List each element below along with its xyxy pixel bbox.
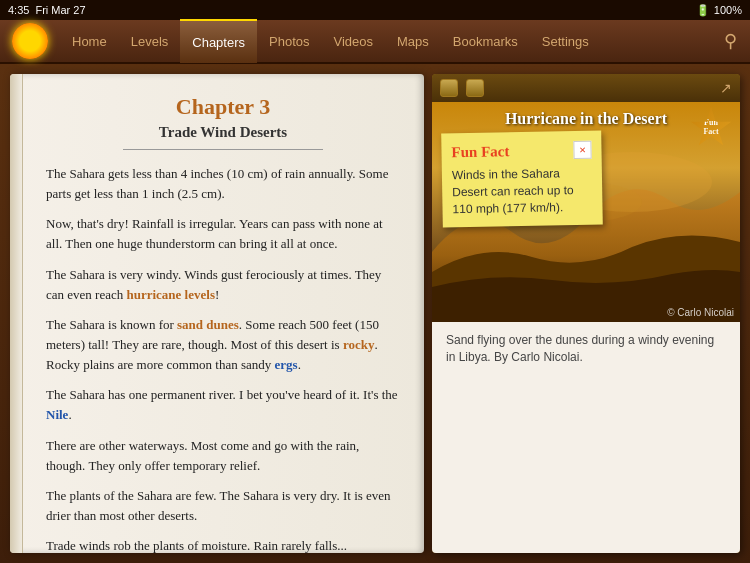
fun-fact-badge: FunFact xyxy=(690,107,732,149)
tab-home[interactable]: Home xyxy=(60,19,119,63)
paragraph-5: The Sahara has one permanent river. I be… xyxy=(46,385,400,425)
nav-tabs: Home Levels Chapters Photos Videos Maps … xyxy=(60,20,710,62)
clip-right xyxy=(466,79,484,97)
fun-fact-title: Fun Fact xyxy=(451,143,509,161)
paragraph-1: The Sahara gets less than 4 inches (10 c… xyxy=(46,164,400,204)
sun-icon xyxy=(12,23,48,59)
image-caption: Sand flying over the dunes during a wind… xyxy=(432,322,740,553)
status-time: 4:35 xyxy=(8,4,29,16)
battery-level: 100% xyxy=(714,4,742,16)
badge-shape: FunFact xyxy=(690,107,732,149)
toolbar-clips xyxy=(440,79,484,97)
paragraph-6: There are other waterways. Most come and… xyxy=(46,436,400,476)
nile-link[interactable]: Nile xyxy=(46,407,68,422)
sand-dunes-link[interactable]: sand dunes xyxy=(177,317,239,332)
right-panel: ↗ Hurricane in the Desert xyxy=(432,74,740,553)
status-right: 🔋 100% xyxy=(696,4,742,17)
image-copyright: © Carlo Nicolai xyxy=(667,307,734,318)
badge-label: FunFact xyxy=(703,119,718,137)
ergs-link[interactable]: ergs xyxy=(275,357,298,372)
status-bar: 4:35 Fri Mar 27 🔋 100% xyxy=(0,0,750,20)
fun-fact-header: Fun Fact × xyxy=(451,141,591,161)
tab-videos[interactable]: Videos xyxy=(322,19,386,63)
nav-bar: Home Levels Chapters Photos Videos Maps … xyxy=(0,20,750,64)
fun-fact-popup: Fun Fact × Winds in the Sahara Desert ca… xyxy=(441,131,603,228)
paragraph-3: The Sahara is very windy. Winds gust fer… xyxy=(46,265,400,305)
paragraph-7: The plants of the Sahara are few. The Sa… xyxy=(46,486,400,526)
paragraph-2: Now, that's dry! Rainfall is irregular. … xyxy=(46,214,400,254)
chapter-subtitle: Trade Wind Deserts xyxy=(46,124,400,150)
tab-photos[interactable]: Photos xyxy=(257,19,321,63)
battery-icon: 🔋 xyxy=(696,4,710,17)
tab-settings[interactable]: Settings xyxy=(530,19,601,63)
search-button[interactable]: ⚲ xyxy=(710,19,750,63)
app-logo xyxy=(0,19,60,63)
tab-chapters[interactable]: Chapters xyxy=(180,19,257,63)
right-toolbar: ↗ xyxy=(432,74,740,102)
search-icon: ⚲ xyxy=(724,30,737,52)
hurricane-link[interactable]: hurricane levels xyxy=(126,287,214,302)
expand-button[interactable]: ↗ xyxy=(720,80,732,97)
book-text: The Sahara gets less than 4 inches (10 c… xyxy=(46,164,400,553)
tab-maps[interactable]: Maps xyxy=(385,19,441,63)
book-page: Chapter 3 Trade Wind Deserts The Sahara … xyxy=(10,74,424,553)
fun-fact-text: Winds in the Sahara Desert can reach up … xyxy=(452,165,593,218)
rocky-link[interactable]: rocky xyxy=(343,337,375,352)
status-left: 4:35 Fri Mar 27 xyxy=(8,4,86,16)
desert-image: Hurricane in the Desert xyxy=(432,102,740,322)
clip-left xyxy=(440,79,458,97)
main-content: Chapter 3 Trade Wind Deserts The Sahara … xyxy=(0,64,750,563)
fun-fact-close-button[interactable]: × xyxy=(573,141,591,159)
tab-bookmarks[interactable]: Bookmarks xyxy=(441,19,530,63)
paragraph-4: The Sahara is known for sand dunes. Some… xyxy=(46,315,400,375)
tab-levels[interactable]: Levels xyxy=(119,19,181,63)
status-date: Fri Mar 27 xyxy=(35,4,85,16)
paragraph-8: Trade winds rob the plants of moisture. … xyxy=(46,536,400,553)
chapter-title: Chapter 3 xyxy=(46,94,400,120)
